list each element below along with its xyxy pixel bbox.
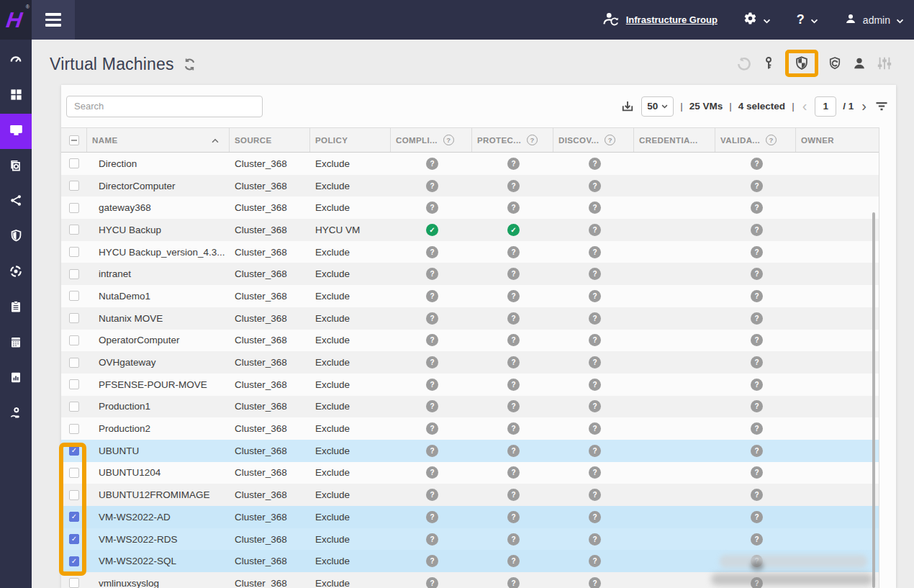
discovery-unknown-icon[interactable]: ?	[589, 379, 601, 391]
vm-name-cell[interactable]: VM-WS2022-SQL	[86, 556, 229, 566]
validation-unknown-icon[interactable]: ?	[751, 555, 763, 567]
vm-name-cell[interactable]: vmlinuxsyslog	[86, 578, 229, 588]
protection-unknown-icon[interactable]: ?	[507, 577, 520, 588]
protection-unknown-icon[interactable]: ?	[507, 290, 520, 302]
discovery-unknown-icon[interactable]: ?	[589, 489, 601, 501]
vm-name-cell[interactable]: OperatorComputer	[86, 335, 229, 345]
vm-name-cell[interactable]: UBUNTU1204	[86, 467, 229, 478]
sidebar-item-shares[interactable]	[0, 184, 32, 220]
protection-unknown-icon[interactable]: ?	[507, 489, 520, 501]
pager-prev-button[interactable]: ‹	[801, 98, 809, 114]
table-row[interactable]: ✓ UBUNTU Cluster_368 Exclude ? ? ? ?	[61, 440, 879, 462]
validation-unknown-icon[interactable]: ?	[751, 246, 763, 258]
row-checkbox[interactable]: ✓	[69, 247, 79, 257]
row-checkbox[interactable]: ✓	[69, 225, 79, 235]
row-checkbox[interactable]: ✓	[69, 358, 79, 368]
compliance-unknown-icon[interactable]: ?	[426, 489, 438, 501]
vm-name-cell[interactable]: gateway368	[86, 202, 229, 213]
vm-name-cell[interactable]: HYCU Backup	[86, 225, 229, 235]
compliance-unknown-icon[interactable]: ?	[426, 379, 438, 391]
column-header-protection[interactable]: PROTEC...?	[471, 128, 553, 152]
sidebar-item-dashboard[interactable]	[0, 43, 32, 78]
protection-unknown-icon[interactable]: ?	[507, 180, 520, 192]
row-checkbox[interactable]: ✓	[69, 534, 79, 544]
help-circle-icon[interactable]: ?	[605, 135, 615, 145]
table-row[interactable]: ✓ UBUNTU1204 Cluster_368 Exclude ? ? ? ?	[61, 462, 879, 484]
validation-unknown-icon[interactable]: ?	[751, 511, 763, 523]
refresh-icon[interactable]	[182, 57, 197, 72]
hamburger-menu-button[interactable]	[32, 0, 75, 40]
compliance-unknown-icon[interactable]: ?	[426, 290, 438, 302]
sidebar-item-tasks[interactable]	[0, 290, 32, 325]
sidebar-item-file-search[interactable]	[0, 149, 32, 184]
sidebar-item-virtual-machines[interactable]	[0, 114, 32, 149]
table-row[interactable]: ✓ OperatorComputer Cluster_368 Exclude ?…	[61, 330, 879, 352]
column-header-name[interactable]: NAME	[86, 128, 229, 152]
table-row[interactable]: ✓ intranet Cluster_368 Exclude ? ? ? ?	[61, 263, 879, 285]
compliance-unknown-icon[interactable]: ?	[426, 445, 438, 457]
vm-name-cell[interactable]: Production1	[86, 401, 229, 412]
discovery-unknown-icon[interactable]: ?	[589, 400, 601, 412]
row-checkbox[interactable]: ✓	[69, 181, 79, 191]
vm-name-cell[interactable]: UBUNTU12FROMIMAGE	[86, 489, 229, 500]
row-checkbox[interactable]: ✓	[69, 424, 79, 434]
protection-ok-icon[interactable]: ✓	[507, 224, 520, 236]
discovery-unknown-icon[interactable]: ?	[589, 445, 601, 457]
table-row[interactable]: ✓ gateway368 Cluster_368 Exclude ? ? ? ?	[61, 196, 879, 219]
table-row[interactable]: ✓ UBUNTU12FROMIMAGE Cluster_368 Exclude …	[61, 484, 879, 506]
help-circle-icon[interactable]: ?	[527, 135, 538, 145]
compliance-unknown-icon[interactable]: ?	[426, 356, 438, 368]
discovery-unknown-icon[interactable]: ?	[589, 422, 601, 435]
column-header-discovery[interactable]: DISCOV...?	[553, 128, 633, 152]
compliance-ok-icon[interactable]: ✓	[426, 224, 438, 236]
protection-unknown-icon[interactable]: ?	[507, 379, 520, 391]
validation-unknown-icon[interactable]: ?	[751, 268, 763, 280]
hycu-logo[interactable]: H ®	[0, 0, 32, 40]
row-checkbox[interactable]: ✓	[69, 335, 79, 345]
discovery-unknown-icon[interactable]: ?	[589, 356, 601, 368]
discovery-unknown-icon[interactable]: ?	[589, 533, 601, 546]
protection-unknown-icon[interactable]: ?	[507, 445, 520, 457]
select-all-checkbox[interactable]	[69, 135, 79, 145]
vm-name-cell[interactable]: UBUNTU	[86, 445, 229, 456]
table-row[interactable]: ✓ VM-WS2022-AD Cluster_368 Exclude ? ? ?…	[61, 506, 879, 528]
compliance-unknown-icon[interactable]: ?	[426, 312, 438, 325]
vm-name-cell[interactable]: Direction	[86, 158, 229, 169]
compliance-unknown-icon[interactable]: ?	[426, 422, 438, 435]
vm-name-cell[interactable]: VM-WS2022-AD	[86, 512, 229, 523]
validation-unknown-icon[interactable]: ?	[751, 312, 763, 325]
compliance-unknown-icon[interactable]: ?	[426, 511, 438, 523]
validation-unknown-icon[interactable]: ?	[751, 290, 763, 302]
table-row[interactable]: ✓ OVHgateway Cluster_368 Exclude ? ? ? ?	[61, 351, 879, 374]
vm-name-cell[interactable]: Production2	[86, 423, 229, 434]
row-checkbox[interactable]: ✓	[69, 379, 79, 389]
protection-unknown-icon[interactable]: ?	[507, 312, 520, 325]
row-checkbox[interactable]: ✓	[69, 490, 79, 500]
protection-unknown-icon[interactable]: ?	[507, 158, 520, 170]
discovery-unknown-icon[interactable]: ?	[589, 268, 601, 280]
compliance-unknown-icon[interactable]: ?	[426, 577, 438, 588]
help-circle-icon[interactable]: ?	[766, 135, 777, 145]
discovery-unknown-icon[interactable]: ?	[589, 334, 601, 346]
vm-name-cell[interactable]: DirectorComputer	[86, 181, 229, 191]
vm-name-cell[interactable]: NutaDemo1	[86, 291, 229, 302]
compliance-unknown-icon[interactable]: ?	[426, 466, 438, 479]
user-menu[interactable]: admin	[844, 12, 904, 28]
table-row[interactable]: ✓ VM-WS2022-RDS Cluster_368 Exclude ? ? …	[61, 528, 879, 551]
sidebar-item-applications[interactable]	[0, 78, 32, 114]
validation-unknown-icon[interactable]: ?	[751, 445, 763, 457]
vm-name-cell[interactable]: VM-WS2022-RDS	[86, 534, 229, 545]
row-checkbox[interactable]: ✓	[69, 313, 79, 323]
discovery-unknown-icon[interactable]: ?	[589, 224, 601, 236]
discovery-unknown-icon[interactable]: ?	[589, 466, 601, 479]
protection-unknown-icon[interactable]: ?	[507, 555, 520, 567]
row-checkbox[interactable]: ✓	[69, 291, 79, 301]
pager-next-button[interactable]: ›	[860, 98, 868, 114]
validation-unknown-icon[interactable]: ?	[751, 379, 763, 391]
column-header-source[interactable]: SOURCE	[229, 128, 309, 152]
row-checkbox[interactable]: ✓	[69, 402, 79, 412]
sidebar-item-events[interactable]	[0, 325, 32, 361]
settings-menu[interactable]	[743, 12, 771, 28]
table-row[interactable]: ✓ DirectorComputer Cluster_368 Exclude ?…	[61, 175, 879, 197]
protection-unknown-icon[interactable]: ?	[507, 246, 520, 258]
